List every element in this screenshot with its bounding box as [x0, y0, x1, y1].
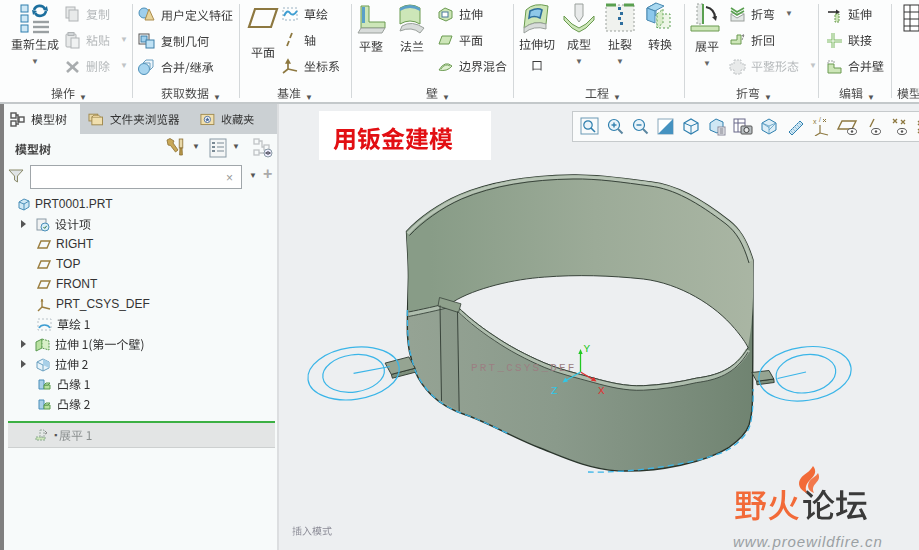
svg-text:X: X	[598, 385, 605, 397]
svg-text:x: x	[813, 118, 817, 125]
svg-text:Y: Y	[584, 343, 591, 355]
svg-text:PRT_CSYS_DEF: PRT_CSYS_DEF	[471, 362, 577, 374]
svg-text:Z: Z	[551, 385, 558, 397]
svg-text:/: /	[819, 117, 821, 123]
